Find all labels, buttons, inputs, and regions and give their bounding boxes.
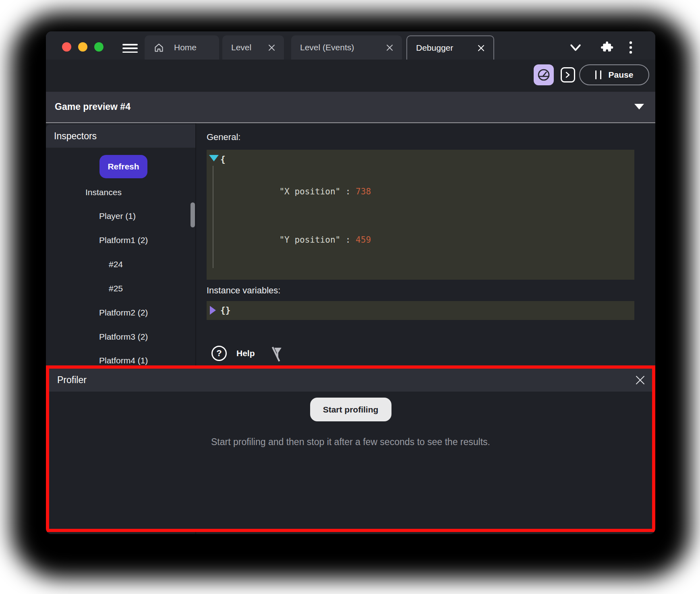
start-profiling-button[interactable]: Start profiling [310,398,391,421]
tree-item-platform1[interactable]: Platform1 (2) [99,233,148,247]
help-label: Help [236,349,255,358]
tree-item-instance-25[interactable]: #25 [109,282,123,295]
pause-icon [595,70,601,79]
collapse-icon[interactable] [209,155,219,161]
inspectors-header: Inspectors [46,124,195,148]
chevron-down-icon[interactable] [569,43,582,53]
tree-item-instances[interactable]: Instances [85,186,122,199]
refresh-button[interactable]: Refresh [99,155,147,178]
tab-debugger-active[interactable]: Debugger [406,35,494,60]
json-key: X position [279,187,356,196]
instance-variables-label: Instance variables: [207,285,280,296]
profiler-titlebar: Profiler [49,369,652,392]
tree-item-player[interactable]: Player (1) [99,209,136,223]
profiler-description: Start profiling and then stop it after a… [49,437,652,448]
pause-label: Pause [609,70,634,80]
close-icon[interactable] [478,45,485,52]
json-property-row: Y position459 [207,216,634,264]
dropdown-caret-icon [634,104,644,109]
tab-home[interactable]: Home [145,35,219,60]
json-value: 459 [356,235,371,245]
tab-level-events[interactable]: Level (Events) [291,35,402,60]
debugger-toolbar: Pause [46,60,655,92]
sidebar-scrollbar[interactable] [191,202,195,227]
tab-label: Home [174,43,197,52]
extensions-icon[interactable] [599,39,615,55]
tab-bar: Home Level Level (Events) Debugger [46,31,655,60]
profiler-body: Start profiling Start profiling and then… [49,392,652,529]
gdevelop-window: Home Level Level (Events) Debugger [46,31,655,534]
help-icon: ? [211,346,227,361]
console-icon [565,72,571,78]
indent-guide [213,166,213,268]
home-icon [153,42,164,53]
zoom-window-button[interactable] [94,42,104,52]
tab-label: Level [231,43,251,52]
console-button[interactable] [561,67,575,82]
tree-item-platform2[interactable]: Platform2 (2) [99,306,148,320]
menu-icon[interactable] [122,44,138,53]
debugger-content: Inspectors Refresh Instances Player (1) … [46,123,655,534]
game-preview-title: Game preview #4 [55,92,130,122]
expand-icon[interactable] [210,306,216,315]
general-json-view: { X position738 Y position459 Angle0 Lay… [207,150,634,280]
general-section-label: General: [207,132,240,142]
variables-value: {} [207,301,634,320]
json-open-brace: { [207,151,634,167]
close-icon[interactable] [635,375,645,385]
close-icon[interactable] [386,44,393,51]
profiler-panel: Profiler Start profiling Start profiling… [46,365,655,532]
json-key: Y position [279,235,356,245]
tab-label: Debugger [416,43,453,53]
pause-button[interactable]: Pause [579,64,649,85]
json-property-row: Angle0 [207,264,634,280]
game-preview-selector[interactable]: Game preview #4 [46,92,655,123]
kebab-menu-icon[interactable] [628,40,634,55]
tree-item-instance-24[interactable]: #24 [109,258,123,271]
profiler-toggle-button[interactable] [534,64,554,85]
minimize-window-button[interactable] [78,42,87,52]
profiler-title: Profiler [57,375,87,386]
json-property-row: X position738 [207,167,634,216]
instance-variables-view: {} [207,301,634,320]
close-window-button[interactable] [62,42,71,52]
inspectors-title: Inspectors [54,131,97,142]
tab-level[interactable]: Level [222,35,284,60]
tree-item-platform3[interactable]: Platform3 (2) [99,330,148,344]
profiler-gauge-icon [536,68,551,82]
json-value: 738 [356,187,371,196]
pick-disabled-icon[interactable] [269,345,287,363]
help-button[interactable]: ? Help [211,346,255,361]
close-icon[interactable] [268,44,275,51]
tab-label: Level (Events) [300,43,354,52]
